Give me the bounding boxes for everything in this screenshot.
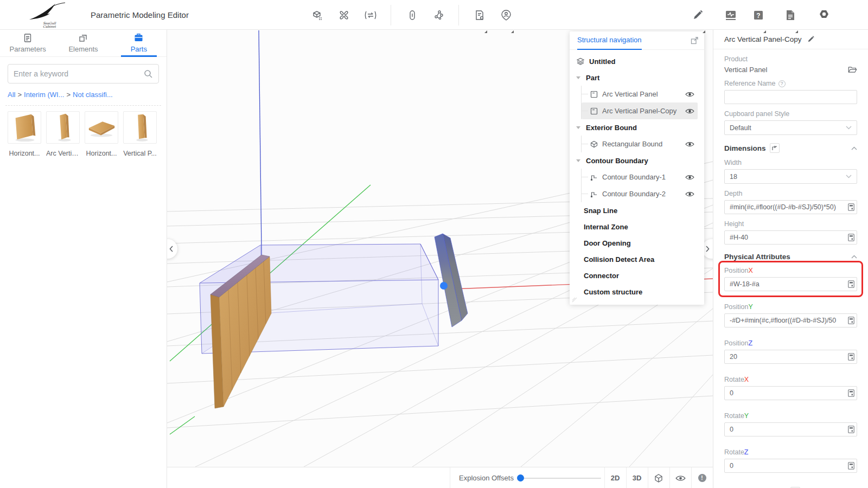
- rotatez-input[interactable]: [724, 459, 857, 473]
- positionz-input[interactable]: [724, 350, 857, 364]
- structural-navigation-panel: Structural navigation Untitled Part: [570, 31, 704, 305]
- edit-mode-button[interactable]: [691, 8, 705, 22]
- height-input[interactable]: [724, 230, 857, 245]
- width-select[interactable]: 18: [724, 169, 857, 184]
- document-export-button[interactable]: [473, 8, 487, 22]
- formula-calculator-button[interactable]: [848, 462, 854, 470]
- breadcrumb-link-all[interactable]: All: [8, 91, 15, 99]
- explosion-slider-handle[interactable]: [517, 474, 524, 481]
- batch-edit-icon[interactable]: [770, 143, 780, 153]
- active-tab-underline: [121, 55, 157, 57]
- visibility-button[interactable]: [670, 467, 691, 488]
- tab-elements[interactable]: Elements: [55, 30, 111, 56]
- rotatey-input[interactable]: [724, 422, 857, 436]
- arc-vertical-panel-copy-object[interactable]: [435, 234, 468, 327]
- search-icon[interactable]: [143, 69, 153, 79]
- chevron-up-icon[interactable]: [851, 255, 857, 259]
- component-library-button[interactable]: [310, 8, 324, 22]
- visibility-eye-button[interactable]: [685, 174, 694, 181]
- panel-resize-handle[interactable]: [572, 297, 577, 303]
- cupboard-style-select[interactable]: Default: [724, 120, 857, 135]
- chevron-up-icon[interactable]: [851, 146, 857, 150]
- tab-parts[interactable]: Parts: [111, 30, 167, 56]
- tree-group-internal-zone[interactable]: Internal Zone: [576, 219, 700, 235]
- tree-group-custom-structure[interactable]: Custom structure: [576, 284, 700, 300]
- swap-tool-button[interactable]: [363, 8, 378, 22]
- tree-group-exterior-bound[interactable]: Exterior Bound: [576, 119, 700, 136]
- part-card-horizontal-1[interactable]: Horizont...: [8, 111, 41, 157]
- document-menu-button[interactable]: [783, 8, 797, 22]
- formula-calculator-button[interactable]: [848, 280, 854, 288]
- positionz-field: PositionZ: [718, 333, 863, 370]
- product-row: Vertical Panel: [724, 66, 857, 74]
- structural-navigation-tab[interactable]: Structural navigation: [577, 31, 642, 50]
- part-card-arc-vertical[interactable]: Arc Vertic...: [46, 111, 80, 157]
- positionx-input[interactable]: [724, 277, 857, 291]
- perspective-button[interactable]: [648, 467, 669, 488]
- rename-pencil-icon[interactable]: [807, 35, 815, 43]
- rotatez-label: RotateZ: [724, 448, 857, 456]
- warnings-button[interactable]: !: [692, 467, 712, 488]
- tree-item-arc-vertical-panel-copy[interactable]: Arc Vertical Panel-Copy: [582, 102, 698, 119]
- tree-item-contour-boundary-2[interactable]: Contour Boundary-2: [582, 185, 698, 202]
- tree-group-collision-detect-area[interactable]: Collision Detect Area: [576, 251, 700, 267]
- user-pin-button[interactable]: [499, 8, 513, 22]
- formula-calculator-button[interactable]: [848, 317, 854, 324]
- tree-item-arc-vertical-panel[interactable]: Arc Vertical Panel: [582, 86, 698, 102]
- view-2d-button[interactable]: 2D: [605, 467, 626, 488]
- link-tool-button[interactable]: [405, 8, 419, 22]
- reference-name-input[interactable]: [724, 90, 857, 104]
- breadcrumb-link-category[interactable]: Not classifi...: [73, 91, 113, 99]
- tree-item-contour-boundary-1[interactable]: Contour Boundary-1: [582, 169, 698, 185]
- expand-panel-button[interactable]: [691, 36, 699, 44]
- eye-icon: [685, 141, 694, 147]
- cube-dots-icon: [311, 9, 323, 21]
- dropdown-caret-icon: [511, 30, 514, 33]
- dimensions-section-header[interactable]: Dimensions: [724, 143, 857, 153]
- parts-folder-icon: [133, 33, 144, 43]
- visibility-eye-button[interactable]: [685, 108, 694, 114]
- dashed-divider: [5, 105, 161, 106]
- collapse-triangle-icon[interactable]: [576, 159, 580, 162]
- help-button[interactable]: ?: [751, 8, 765, 22]
- position-handle-dot[interactable]: [440, 282, 448, 290]
- formula-calculator-button[interactable]: [848, 203, 854, 211]
- formula-calculator-button[interactable]: [848, 426, 854, 433]
- settings-button[interactable]: [817, 8, 831, 22]
- tree-root-untitled[interactable]: Untitled: [576, 53, 700, 69]
- tree-group-part[interactable]: Part: [576, 69, 700, 86]
- physical-attributes-section-header[interactable]: Physical Attributes: [724, 253, 857, 261]
- tree-group-connector[interactable]: Connector: [576, 267, 700, 284]
- pattern-tool-button[interactable]: [337, 8, 351, 22]
- seagull-logo-icon: [25, 2, 74, 24]
- formula-calculator-button[interactable]: [848, 389, 854, 397]
- tree-group-snap-line[interactable]: Snap Line: [576, 202, 700, 219]
- tab-parameters[interactable]: Parameters: [0, 30, 55, 56]
- help-circle-icon[interactable]: ?: [778, 80, 786, 87]
- rotatex-input[interactable]: [724, 386, 857, 400]
- part-card-horizontal-2[interactable]: Horizont...: [85, 111, 118, 157]
- collapse-triangle-icon[interactable]: [576, 126, 580, 129]
- visibility-eye-button[interactable]: [685, 141, 694, 147]
- depth-input[interactable]: [724, 200, 857, 214]
- explosion-slider-track[interactable]: [521, 478, 601, 479]
- formula-calculator-button[interactable]: [848, 234, 854, 241]
- formula-calculator-button[interactable]: [848, 353, 854, 361]
- tree-group-door-opening[interactable]: Door Opening: [576, 235, 700, 251]
- selected-object-name: Arc Vertical Panel-Copy: [724, 35, 802, 43]
- part-card-vertical[interactable]: Vertical P...: [123, 111, 157, 157]
- positiony-input[interactable]: [724, 313, 857, 328]
- visibility-eye-button[interactable]: [685, 91, 694, 98]
- tree-group-contour-boundary[interactable]: Contour Boundary: [576, 152, 700, 169]
- visibility-eye-button[interactable]: [685, 191, 694, 197]
- collapse-triangle-icon[interactable]: [576, 76, 580, 79]
- monitor-activity-button[interactable]: [724, 8, 738, 22]
- breadcrumb-link-interim[interactable]: Interim (WI...: [24, 91, 64, 99]
- part-label: Vertical P...: [123, 150, 157, 157]
- tree-item-rectangular-bound[interactable]: Rectangular Bound: [582, 136, 698, 152]
- view-3d-button[interactable]: 3D: [627, 467, 647, 488]
- toolbar-separator: [458, 5, 459, 25]
- search-input[interactable]: [14, 69, 143, 78]
- relation-tool-button[interactable]: [432, 8, 446, 22]
- open-folder-button[interactable]: [848, 66, 857, 74]
